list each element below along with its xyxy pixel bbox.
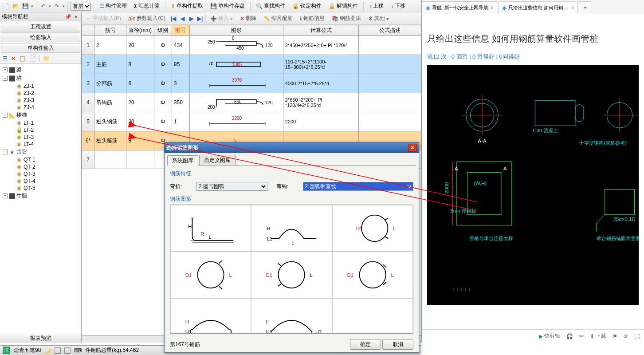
headphone-icon[interactable]: 🎧 [566, 333, 573, 339]
shape-option[interactable]: D1L [332, 205, 413, 252]
new-tab-button[interactable]: + [579, 1, 591, 14]
bend-select[interactable]: 2.圆与圆弧 [196, 182, 267, 191]
ok-button[interactable]: 确定 [350, 339, 381, 350]
col-header[interactable]: 筋号 [94, 25, 126, 36]
unlock-button[interactable]: 🔓解锁构件 [326, 1, 361, 11]
col-header[interactable]: 直径(mm) [126, 25, 154, 36]
tree-node-其它[interactable]: −★其它 [1, 148, 80, 156]
tree-node-ZJ-1[interactable]: ◉ZJ-1 [1, 83, 80, 90]
extract-button[interactable]: ⬇单构件提取 [168, 1, 206, 11]
prev-icon[interactable]: ◀ [179, 15, 186, 22]
shape-option[interactable] [332, 298, 413, 334]
pin-icon[interactable]: 📌 [65, 14, 71, 20]
hook-select[interactable]: 2.圆弧带直线 [303, 182, 413, 191]
shape-option[interactable]: HH1H2L [251, 298, 332, 334]
tree-node-LT-4[interactable]: ◉LT-4 [1, 141, 80, 148]
shape-option[interactable]: D1L [170, 252, 251, 298]
expand-icon[interactable]: ⛶ [634, 333, 640, 339]
dialog-titlebar[interactable]: 选择钢筋图形 × [165, 142, 419, 153]
tree-node-QT-5[interactable]: ◉QT-5 [1, 185, 80, 192]
delete-button[interactable]: ✕ 删除 [237, 14, 259, 23]
browser-page[interactable]: 只给出这些信息 如何用钢筋算量软件画管桩 览12 次 | 0 回答 | 0 答得… [422, 14, 644, 329]
shape-option[interactable]: HH1L [170, 298, 251, 334]
tree-node-QT-2[interactable]: ◉QT-2 [1, 163, 80, 170]
shape-option[interactable]: HL1L [251, 205, 332, 252]
paste-icon[interactable]: 📄 [29, 55, 36, 62]
table-row[interactable]: 4吊钩筋20Φ3502006501202*650+2*200+ PI *120/… [82, 93, 421, 112]
restore-icon[interactable]: ⟳ [624, 333, 628, 339]
sum-calc-button[interactable]: Σ汇总计算 [131, 1, 162, 11]
flat-input-button[interactable]: ↔ 平法输入(P) [83, 14, 124, 23]
first-icon[interactable]: |◀ [170, 15, 177, 22]
table-row[interactable]: 3分部筋6Φ339704000-2*15+2*6.25*d [82, 74, 421, 93]
copy-icon[interactable]: 📋 [19, 55, 26, 62]
scale-button[interactable]: 📏 缩尺配筋 [261, 14, 295, 23]
move-up-button[interactable]: ↑上移 [366, 1, 386, 11]
tree-node-楼梯[interactable]: −📐楼梯 [1, 111, 80, 119]
tab-close-icon[interactable]: × [490, 5, 493, 11]
tree-node-ZJ-2[interactable]: ◉ZJ-2 [1, 90, 80, 97]
table-row[interactable]: 5桩头钢筋20Φ122002200 [82, 112, 421, 131]
ime-keyboard-icon[interactable]: ⌨ [74, 347, 82, 354]
tree-node-LT-1[interactable]: ◉LT-1 [1, 119, 80, 126]
tab-close-icon[interactable]: × [571, 5, 574, 11]
new-icon[interactable]: 📄 [2, 2, 10, 10]
tree-node-桩[interactable]: −⬛桩 [1, 74, 80, 83]
floor-select[interactable]: 首层 [71, 2, 91, 11]
tree-node-LT-3[interactable]: ◉LT-3 [1, 134, 80, 141]
delete-x-icon[interactable]: ✕ [11, 55, 16, 62]
project-settings-button[interactable]: 工程设置 [1, 22, 80, 32]
col-header[interactable]: 图形 [189, 25, 283, 36]
folder-icon[interactable]: 📁 [43, 55, 50, 62]
last-icon[interactable]: ▶| [196, 15, 204, 22]
move-down-button[interactable]: ↓下移 [388, 1, 408, 11]
browser-tab[interactable]: ◉只给出这些信息 如何用钢筋算量× [498, 1, 578, 14]
quickcut-button[interactable]: ▶快剪辑 [539, 332, 560, 340]
list-icon[interactable]: ☰ [3, 55, 8, 62]
save-icon[interactable]: 💾 [21, 2, 29, 10]
drawing-input-button[interactable]: 绘图输入 [1, 32, 80, 42]
cancel-button[interactable]: 取消 [382, 339, 413, 350]
col-header[interactable]: 图号 [172, 25, 189, 36]
next-icon[interactable]: ▶ [188, 15, 195, 22]
shape-option[interactable]: D1L [251, 252, 332, 298]
ime-moon-icon[interactable]: 🌙 [44, 347, 51, 354]
tree-node-LT-2[interactable]: 🔒LT-2 [1, 126, 80, 134]
ime-indicator[interactable]: 清 [3, 347, 10, 354]
open-icon[interactable]: 📂 [12, 2, 20, 10]
browser-tab[interactable]: ◉导航_新一代安全上网导航× [422, 1, 497, 14]
col-header[interactable] [82, 25, 94, 36]
ime-toggle-2[interactable] [64, 347, 71, 354]
component-manage-button[interactable]: ☰构件管理 [97, 1, 130, 11]
flag-icon[interactable]: ⚑ [613, 333, 617, 339]
tree-node-梁[interactable]: +⬛梁 [1, 66, 80, 74]
find-button[interactable]: 🔍查找构件 [253, 1, 288, 11]
report-preview-button[interactable]: 报表预览 [0, 333, 81, 343]
system-lib-tab[interactable]: 系统图库 [167, 155, 198, 166]
table-row[interactable]: 2主筋8Φ95701385100-2*15+2*(1100-15+300)+2*… [82, 55, 421, 74]
single-component-button[interactable]: 单构件输入 [1, 43, 80, 53]
undo-icon[interactable]: ↶ [39, 2, 47, 10]
sidebar-close-icon[interactable]: × [73, 14, 79, 20]
table-row[interactable]: 1220Φ43402504501202*450+2*250+2*0+ PI *1… [82, 36, 421, 55]
custom-lib-tab[interactable]: 自定义图库 [199, 155, 236, 165]
col-header[interactable]: 公式描述 [359, 25, 421, 36]
dialog-close-button[interactable]: × [408, 144, 417, 152]
redo-icon[interactable]: ↷ [53, 2, 61, 10]
tree-node-ZJ-4[interactable]: ◉ZJ-4 [1, 104, 80, 111]
tree-node-QT-4[interactable]: ◉QT-4 [1, 178, 80, 185]
shape-option[interactable]: D1L [332, 252, 413, 298]
param-input-button[interactable]: a|e 参数输入(C) [126, 14, 168, 23]
scissors-icon[interactable]: ✂ [579, 333, 584, 339]
lock-button[interactable]: 🔒锁定构件 [290, 1, 324, 11]
rebar-lib-button[interactable]: 📚 钢筋图库 [329, 14, 364, 23]
download-button[interactable]: ⬇ 下载 [590, 332, 606, 340]
tree-node-牛腿[interactable]: +⬛牛腿 [1, 192, 80, 200]
ime-toggle-1[interactable] [55, 347, 61, 354]
tree-node-QT-3[interactable]: ◉QT-3 [1, 170, 80, 178]
col-header[interactable]: 计算公式 [283, 25, 359, 36]
insert-button[interactable]: ➕ 插入 ▾ [208, 14, 236, 23]
save-component-button[interactable]: 💾单构件存盘 [208, 1, 247, 11]
shape-option[interactable]: LHR [170, 205, 251, 252]
tree-node-ZJ-3[interactable]: ◉ZJ-3 [1, 97, 80, 104]
